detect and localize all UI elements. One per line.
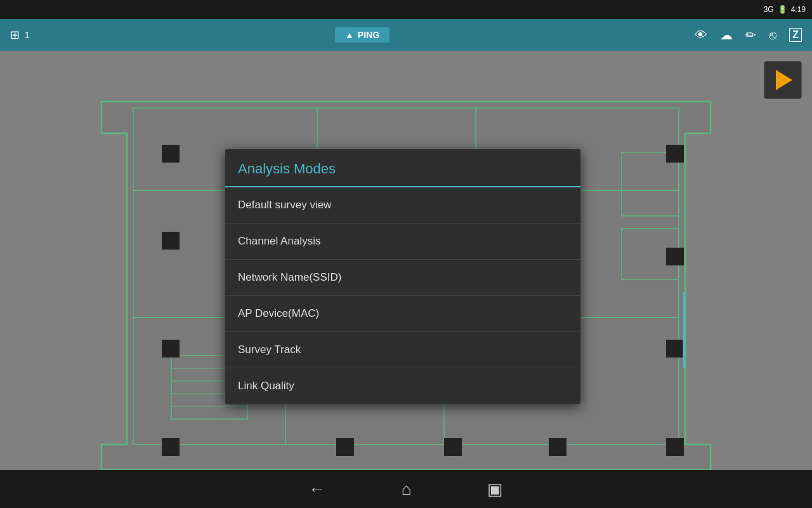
toolbar: ⊞ 1 ▲ PING 👁 ☁ ✏ ⎋ Z [0, 19, 812, 51]
menu-item-label: Link Quality [238, 380, 294, 392]
svg-rect-23 [336, 438, 354, 456]
map-area: Analysis Modes Default survey view Chann… [0, 51, 812, 489]
svg-rect-27 [666, 248, 684, 265]
cloud-icon[interactable]: ☁ [720, 27, 733, 43]
menu-item-label: Survey Track [238, 344, 301, 356]
svg-rect-21 [162, 340, 180, 358]
analysis-modes-modal: Analysis Modes Default survey view Chann… [225, 149, 580, 404]
eye-icon[interactable]: 👁 [695, 28, 707, 43]
ping-button[interactable]: ▲ PING [335, 27, 390, 43]
svg-rect-25 [549, 438, 566, 456]
ping-arrow: ▲ [345, 30, 354, 40]
menu-item-network-name[interactable]: Network Name(SSID) [225, 260, 580, 296]
menu-item-label: Channel Analysis [238, 235, 320, 248]
menu-item-survey-track[interactable]: Survey Track [225, 332, 580, 368]
menu-item-link-quality[interactable]: Link Quality [225, 368, 580, 404]
svg-rect-19 [162, 145, 180, 163]
modal-header: Analysis Modes [225, 149, 580, 187]
recents-button[interactable]: ▣ [487, 479, 503, 499]
nav-bar: ← ⌂ ▣ [0, 470, 812, 508]
svg-rect-24 [444, 438, 462, 456]
menu-item-label: Default survey view [238, 199, 331, 211]
svg-rect-29 [666, 438, 684, 456]
share-icon[interactable]: ⎋ [769, 28, 776, 43]
pencil-icon[interactable]: ✏ [745, 27, 756, 43]
menu-item-default-survey[interactable]: Default survey view [225, 187, 580, 224]
svg-rect-26 [666, 145, 684, 163]
play-button[interactable] [764, 61, 802, 99]
menu-item-channel-analysis[interactable]: Channel Analysis [225, 224, 580, 260]
svg-rect-22 [162, 438, 180, 456]
status-bar: 3G 🔋 4:19 [0, 0, 812, 19]
modal-title: Analysis Modes [238, 161, 336, 177]
network-indicator: 3G [764, 5, 774, 14]
layer-label: 1 [25, 30, 30, 40]
home-button[interactable]: ⌂ [402, 479, 412, 499]
svg-rect-20 [162, 232, 180, 250]
battery-icon: 🔋 [778, 5, 787, 14]
time-display: 4:19 [791, 5, 806, 14]
menu-item-label: Network Name(SSID) [238, 271, 341, 284]
menu-item-label: AP Device(MAC) [238, 307, 319, 320]
menu-item-ap-device[interactable]: AP Device(MAC) [225, 296, 580, 332]
svg-rect-28 [666, 340, 684, 358]
wifi-icon[interactable]: Z [789, 28, 802, 42]
back-button[interactable]: ← [309, 479, 325, 499]
ping-label: PING [358, 30, 379, 40]
play-icon [776, 70, 792, 90]
layers-icon: ⊞ [10, 28, 20, 42]
